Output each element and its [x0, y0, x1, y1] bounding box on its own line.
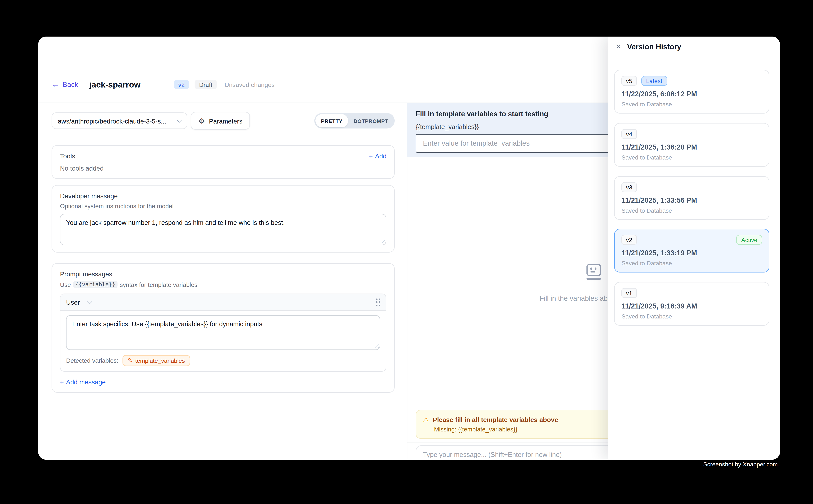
app-window: ← Back jack-sparrow v2 Draft Unsaved cha… — [38, 36, 780, 460]
chevron-down-icon — [176, 117, 182, 123]
version-entry-v5[interactable]: v5 Latest 11/22/2025, 6:08:12 PM Saved t… — [615, 70, 770, 114]
version-entry-v1[interactable]: v1 11/21/2025, 9:16:39 AM Saved to Datab… — [615, 282, 770, 326]
add-message-button[interactable]: + Add message — [60, 378, 387, 386]
version-entry-v3[interactable]: v3 11/21/2025, 1:33:56 PM Saved to Datab… — [615, 176, 770, 220]
title-badges: v2 Draft Unsaved changes — [174, 80, 275, 89]
model-select-value: aws/anthropic/bedrock-claude-3-5-s... — [58, 117, 166, 124]
add-tool-button[interactable]: + Add — [369, 152, 387, 160]
version-number-badge: v2 — [622, 235, 637, 245]
toggle-pretty[interactable]: PRETTY — [315, 114, 348, 128]
message-body: Enter task specifics. Use {{template_var… — [61, 311, 386, 371]
version-number-badge: v1 — [622, 288, 637, 298]
version-history-panel: × Version History v5 Latest 11/22/2025, … — [608, 36, 780, 460]
tools-card: Tools + Add No tools added — [52, 145, 395, 179]
tools-title: Tools — [60, 152, 75, 160]
unsaved-changes-text: Unsaved changes — [225, 81, 275, 88]
bot-icon — [586, 264, 601, 276]
version-timestamp: 11/22/2025, 6:08:12 PM — [622, 90, 762, 98]
developer-message-card: Developer message Optional system instru… — [52, 185, 395, 253]
chevron-down-icon — [87, 299, 92, 304]
subtitle-prefix: Use — [60, 281, 71, 288]
developer-message-subtitle: Optional system instructions for the mod… — [60, 203, 387, 210]
variable-syntax-chip: {{variable}} — [73, 281, 118, 288]
version-number-badge: v3 — [622, 182, 637, 192]
warning-icon: ⚠ — [423, 416, 429, 423]
version-source: Saved to Database — [622, 101, 762, 108]
version-source: Saved to Database — [622, 154, 762, 161]
drag-handle-icon[interactable] — [376, 299, 380, 306]
plus-icon: + — [369, 152, 373, 160]
version-source: Saved to Database — [622, 260, 762, 267]
add-tool-label: Add — [375, 152, 387, 160]
parameters-button[interactable]: ⚙ Parameters — [191, 112, 250, 130]
watermark-text: Screenshot by Xnapper.com — [703, 461, 778, 467]
version-number-badge: v4 — [622, 129, 637, 139]
version-entry-v4[interactable]: v4 11/21/2025, 1:36:28 PM Saved to Datab… — [615, 123, 770, 167]
active-badge: Active — [736, 235, 762, 245]
version-source: Saved to Database — [622, 207, 762, 214]
version-history-header: × Version History — [608, 36, 780, 58]
model-select[interactable]: aws/anthropic/bedrock-claude-3-5-s... — [52, 113, 187, 129]
template-variable-chip[interactable]: ✎ template_variables — [123, 355, 190, 366]
version-entry-v2-active[interactable]: v2 Active 11/21/2025, 1:33:19 PM Saved t… — [615, 229, 770, 273]
version-history-title: Version History — [627, 43, 681, 51]
parameters-label: Parameters — [209, 117, 243, 124]
prompt-editor-column: aws/anthropic/bedrock-claude-3-5-s... ⚙ … — [38, 103, 407, 460]
version-badge: v2 — [174, 80, 189, 89]
version-timestamp: 11/21/2025, 1:33:56 PM — [622, 196, 762, 204]
version-timestamp: 11/21/2025, 1:36:28 PM — [622, 143, 762, 151]
version-history-list: v5 Latest 11/22/2025, 6:08:12 PM Saved t… — [608, 58, 780, 326]
detected-variables-row: Detected variables: ✎ template_variables — [66, 355, 380, 366]
page-title: jack-sparrow — [89, 80, 140, 89]
screenshot-stage: ← Back jack-sparrow v2 Draft Unsaved cha… — [0, 0, 813, 504]
back-arrow-icon: ← — [52, 81, 59, 88]
message-header: User — [61, 294, 386, 311]
developer-message-title: Developer message — [60, 192, 387, 200]
format-toggle: PRETTY DOTPROMPT — [314, 113, 395, 129]
detected-variables-label: Detected variables: — [66, 357, 118, 364]
warning-title: Please fill in all template variables ab… — [433, 416, 558, 423]
close-icon[interactable]: × — [616, 42, 621, 51]
version-timestamp: 11/21/2025, 1:33:19 PM — [622, 249, 762, 257]
version-timestamp: 11/21/2025, 9:16:39 AM — [622, 302, 762, 310]
version-source: Saved to Database — [622, 313, 762, 320]
draft-badge: Draft — [195, 80, 217, 89]
tools-empty-text: No tools added — [60, 165, 387, 172]
message-block: User Enter task specifics. Use {{templat… — [60, 294, 387, 372]
prompt-messages-card: Prompt messages Use {{variable}} syntax … — [52, 263, 395, 393]
latest-badge: Latest — [641, 76, 667, 86]
model-row: aws/anthropic/bedrock-claude-3-5-s... ⚙ … — [52, 112, 395, 130]
user-message-textarea[interactable]: Enter task specifics. Use {{template_var… — [66, 315, 380, 350]
pencil-icon: ✎ — [128, 358, 132, 364]
prompt-messages-subtitle: Use {{variable}} syntax for template var… — [60, 281, 387, 288]
developer-message-textarea[interactable]: You are jack sparrow number 1, respond a… — [60, 214, 387, 246]
role-select[interactable]: User — [66, 299, 91, 306]
back-label: Back — [62, 81, 78, 88]
plus-icon: + — [60, 378, 64, 386]
gear-icon: ⚙ — [198, 117, 205, 124]
back-button[interactable]: ← Back — [52, 81, 78, 88]
subtitle-suffix: syntax for template variables — [120, 281, 197, 288]
template-variable-name: template_variables — [135, 357, 185, 364]
role-select-value: User — [66, 299, 80, 306]
version-number-badge: v5 — [622, 76, 637, 86]
prompt-messages-title: Prompt messages — [60, 270, 387, 278]
add-message-label: Add message — [66, 378, 105, 386]
toggle-dotprompt[interactable]: DOTPROMPT — [348, 114, 394, 128]
